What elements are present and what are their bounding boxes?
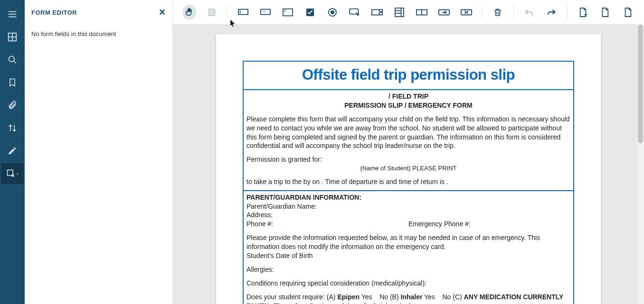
form-heading-2: PERMISSION SLIP / EMERGENCY FORM	[246, 101, 570, 110]
compare-button[interactable]	[1, 118, 24, 138]
panel-empty-message: No form fields in this document	[31, 30, 116, 37]
document-title: Offsite field trip permission slip	[244, 62, 573, 89]
svg-point-18	[331, 11, 334, 14]
duplicate-page-button[interactable]	[598, 5, 612, 20]
svg-rect-9	[210, 12, 213, 15]
pg-note: Please provide the information requested…	[246, 233, 570, 251]
save-button[interactable]	[205, 5, 218, 20]
bookmark-button[interactable]	[1, 72, 24, 93]
dropdown-button[interactable]	[370, 5, 384, 20]
require-line: Does your student require: (A) Epipen Ye…	[246, 293, 570, 304]
granted-caption: (Name of Student) PLEASE PRINT	[246, 164, 570, 173]
svg-point-6	[9, 56, 15, 62]
pushbutton-button[interactable]	[348, 5, 361, 20]
text-field-button[interactable]	[236, 5, 250, 20]
pg-header: PARENT/GUARDIAN INFORMATION:	[246, 193, 361, 201]
attachment-button[interactable]	[1, 95, 24, 116]
textarea-button[interactable]	[281, 5, 294, 20]
form-fields-panel: FORM EDITOR ✕ No form fields in this doc…	[25, 0, 173, 304]
left-rail: ›	[0, 0, 25, 304]
toolbar-separator	[513, 6, 514, 19]
thumbnails-button[interactable]	[1, 27, 24, 47]
delete-page-button[interactable]	[621, 5, 635, 20]
redo-button[interactable]	[545, 5, 559, 20]
form-editor-button[interactable]: ›	[1, 163, 24, 184]
toolbar-separator	[567, 6, 568, 19]
undo-button[interactable]	[522, 5, 536, 20]
vertical-scrollbar[interactable]	[636, 25, 644, 304]
panel-close-button[interactable]: ✕	[159, 7, 166, 18]
document-canvas[interactable]: Offsite field trip permission slip / FIE…	[173, 25, 644, 304]
add-page-button[interactable]	[576, 5, 590, 20]
toolbar-separator	[482, 6, 483, 19]
pg-addr-label: Address:	[246, 211, 570, 220]
main-area: **	[173, 0, 644, 304]
svg-line-7	[14, 61, 16, 64]
password-field-button[interactable]: **	[258, 5, 272, 20]
reset-button-button[interactable]	[460, 5, 474, 20]
menu-button[interactable]	[1, 4, 24, 25]
delete-button[interactable]	[491, 5, 505, 20]
svg-text:**: **	[262, 9, 265, 14]
conditions-label: Conditions requiring special considerati…	[246, 279, 570, 288]
pg-name-label: Parent/Guardian Name:	[246, 202, 570, 211]
combo-button[interactable]	[415, 5, 429, 20]
form-toolbar: **	[173, 0, 644, 25]
dob-label: Student's Date of Birth	[246, 251, 570, 260]
scrollbar-thumb[interactable]	[638, 25, 643, 143]
pg-ephone-label: Emergency Phone #:	[408, 220, 570, 229]
search-button[interactable]	[1, 49, 24, 70]
granted-label: Permission is granted for:	[246, 155, 570, 164]
svg-rect-22	[395, 8, 404, 16]
submit-button-button[interactable]	[437, 5, 451, 20]
pan-tool-button[interactable]	[182, 5, 196, 20]
panel-title: FORM EDITOR	[31, 9, 77, 16]
allergies-label: Allergies:	[246, 265, 570, 274]
listbox-button[interactable]	[393, 5, 407, 20]
form-heading-1: / FIELD TRIP	[246, 92, 570, 101]
pg-phone-label: Phone #:	[246, 220, 408, 229]
trip-line: to take a trip to the by on . Time of de…	[246, 177, 570, 186]
toolbar-separator	[227, 6, 227, 19]
svg-rect-14	[283, 9, 293, 16]
radio-button-button[interactable]	[325, 5, 339, 20]
intro-paragraph: Please complete this form that will acco…	[246, 115, 570, 151]
checkbox-button[interactable]	[303, 5, 317, 20]
edit-button[interactable]	[1, 140, 24, 161]
document-page[interactable]: Offsite field trip permission slip / FIE…	[216, 34, 601, 304]
chevron-right-icon: ›	[17, 171, 18, 176]
